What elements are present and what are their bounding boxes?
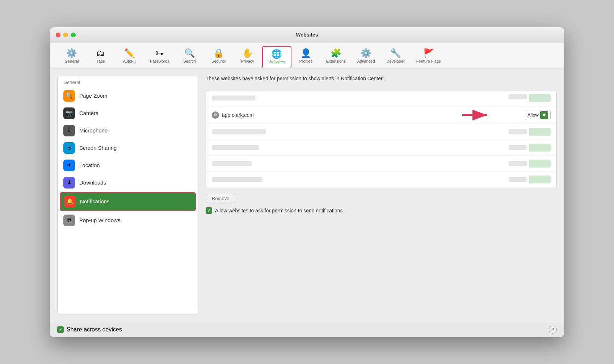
tab-privacy[interactable]: ✋ Privacy bbox=[233, 46, 262, 68]
maximize-button[interactable] bbox=[71, 33, 76, 37]
sidebar-section-header: General bbox=[58, 76, 198, 87]
toolbar: ⚙️ General 🗂 Tabs ✏️ AutoFill 🗝 Password… bbox=[50, 43, 564, 68]
blurred-control-5a bbox=[509, 177, 527, 182]
blurred-control-1b bbox=[529, 94, 551, 102]
sidebar-item-popupwindows[interactable]: ⧉ Pop-up Windows bbox=[58, 212, 198, 229]
sidebar-item-camera[interactable]: 📷 Camera bbox=[58, 105, 198, 122]
tab-security[interactable]: 🔒 Security bbox=[204, 46, 233, 68]
tab-passwords-label: Passwords bbox=[150, 59, 169, 63]
bottom-controls: Remove ✓ Allow websites to ask for permi… bbox=[206, 194, 557, 214]
camera-icon: 📷 bbox=[63, 107, 75, 119]
sidebar-item-notifications[interactable]: 🔔 Notifications bbox=[60, 192, 196, 211]
blurred-url-1 bbox=[212, 96, 255, 101]
screensharing-icon: 🖥 bbox=[63, 142, 75, 154]
tab-autofill-label: AutoFill bbox=[123, 59, 136, 63]
downloads-icon: ⬇ bbox=[63, 177, 75, 189]
pagezoom-icon: 🔍 bbox=[63, 90, 75, 102]
allow-dropdown[interactable]: Allow bbox=[525, 110, 551, 120]
checkmark-icon: ✓ bbox=[207, 208, 211, 213]
blurred-control-3a bbox=[509, 145, 527, 150]
share-devices-label: Share across devices bbox=[67, 326, 122, 333]
share-checkmark: ✓ bbox=[59, 327, 62, 332]
privacy-icon: ✋ bbox=[242, 49, 253, 58]
sidebar-label-microphone: Microphone bbox=[79, 127, 108, 134]
remove-button[interactable]: Remove bbox=[206, 194, 235, 203]
tab-extensions[interactable]: 🧩 Extensions bbox=[320, 46, 352, 68]
tab-passwords[interactable]: 🗝 Passwords bbox=[144, 46, 175, 68]
autofill-icon: ✏️ bbox=[124, 49, 135, 58]
tab-tabs-label: Tabs bbox=[96, 59, 105, 63]
footer-left: ✓ Share across devices bbox=[57, 326, 122, 333]
blurred-row-2 bbox=[206, 124, 556, 140]
tab-search[interactable]: 🔍 Search bbox=[175, 46, 204, 68]
general-icon: ⚙️ bbox=[66, 49, 77, 58]
blurred-control-4b bbox=[529, 160, 551, 168]
website-table: ⚙ app.olark.com bbox=[206, 90, 557, 188]
stepper-control[interactable] bbox=[540, 111, 548, 119]
main-content: General 🔍 Page Zoom 📷 Camera 🎙 Microphon… bbox=[50, 68, 564, 322]
sidebar-label-notifications: Notifications bbox=[80, 198, 110, 204]
blurred-row-3 bbox=[206, 140, 556, 156]
close-button[interactable] bbox=[56, 33, 60, 37]
tab-featureflags[interactable]: 🚩 Feature Flags bbox=[411, 46, 447, 68]
extensions-icon: 🧩 bbox=[331, 49, 341, 58]
tab-advanced[interactable]: ⚙️ Advanced bbox=[352, 46, 381, 68]
blurred-control-1a bbox=[509, 94, 527, 99]
blurred-url-5 bbox=[212, 177, 262, 182]
sidebar-item-downloads[interactable]: ⬇ Downloads bbox=[58, 174, 198, 191]
footer: ✓ Share across devices ? bbox=[50, 322, 564, 337]
blurred-url-3 bbox=[212, 145, 259, 150]
blurred-control-3b bbox=[529, 144, 551, 152]
tab-autofill[interactable]: ✏️ AutoFill bbox=[115, 46, 144, 68]
allow-control[interactable]: Allow bbox=[525, 110, 551, 120]
blurred-control-5b bbox=[529, 175, 551, 183]
tab-privacy-label: Privacy bbox=[241, 59, 254, 63]
tabs-icon: 🗂 bbox=[96, 49, 105, 58]
allow-notifications-checkbox[interactable]: ✓ bbox=[206, 207, 212, 214]
allow-notifications-label: Allow websites to ask for permission to … bbox=[215, 208, 343, 213]
olark-site-icon: ⚙ bbox=[212, 111, 219, 119]
tab-websites[interactable]: 🌐 Websites bbox=[262, 46, 291, 68]
sidebar-item-location[interactable]: ✈ Location bbox=[58, 157, 198, 174]
sidebar-label-location: Location bbox=[79, 162, 100, 168]
tab-developer[interactable]: 🔧 Developer bbox=[381, 46, 411, 68]
passwords-icon: 🗝 bbox=[155, 49, 164, 58]
blurred-control-2a bbox=[509, 129, 527, 134]
tab-websites-label: Websites bbox=[269, 60, 285, 64]
stepper-up[interactable] bbox=[543, 113, 546, 115]
tab-extensions-label: Extensions bbox=[326, 59, 346, 63]
tab-featureflags-label: Feature Flags bbox=[416, 59, 441, 63]
sidebar-item-microphone[interactable]: 🎙 Microphone bbox=[58, 122, 198, 139]
content-area: These websites have asked for permission… bbox=[206, 76, 557, 314]
description-text: These websites have asked for permission… bbox=[206, 76, 557, 81]
browser-window: Websites ⚙️ General 🗂 Tabs ✏️ AutoFill 🗝… bbox=[50, 27, 564, 337]
window-title: Websites bbox=[296, 32, 318, 38]
tab-search-label: Search bbox=[183, 59, 196, 63]
website-row-olark[interactable]: ⚙ app.olark.com bbox=[206, 106, 556, 124]
websites-icon: 🌐 bbox=[271, 50, 282, 58]
developer-icon: 🔧 bbox=[390, 49, 401, 58]
olark-url: app.olark.com bbox=[222, 112, 254, 118]
sidebar-item-screensharing[interactable]: 🖥 Screen Sharing bbox=[58, 139, 198, 157]
tab-general[interactable]: ⚙️ General bbox=[57, 46, 86, 68]
search-icon: 🔍 bbox=[184, 49, 195, 58]
blurred-url-2 bbox=[212, 129, 266, 134]
sidebar-label-camera: Camera bbox=[79, 110, 98, 116]
share-devices-checkbox[interactable]: ✓ bbox=[57, 326, 64, 333]
microphone-icon: 🎙 bbox=[63, 125, 75, 136]
red-arrow-svg bbox=[462, 109, 491, 122]
tab-advanced-label: Advanced bbox=[357, 59, 375, 63]
tab-developer-label: Developer bbox=[387, 59, 405, 63]
traffic-lights bbox=[56, 33, 76, 37]
tab-tabs[interactable]: 🗂 Tabs bbox=[86, 46, 115, 68]
location-icon: ✈ bbox=[63, 160, 75, 171]
tab-profiles-label: Profiles bbox=[299, 59, 313, 63]
tab-profiles[interactable]: 👤 Profiles bbox=[291, 46, 320, 68]
sidebar-item-pagezoom[interactable]: 🔍 Page Zoom bbox=[58, 87, 198, 105]
blurred-url-4 bbox=[212, 161, 252, 166]
blurred-row-1 bbox=[206, 90, 556, 106]
minimize-button[interactable] bbox=[63, 33, 68, 37]
stepper-down[interactable] bbox=[543, 115, 546, 117]
allow-notifications-row: ✓ Allow websites to ask for permission t… bbox=[206, 207, 557, 214]
help-button[interactable]: ? bbox=[549, 326, 557, 334]
